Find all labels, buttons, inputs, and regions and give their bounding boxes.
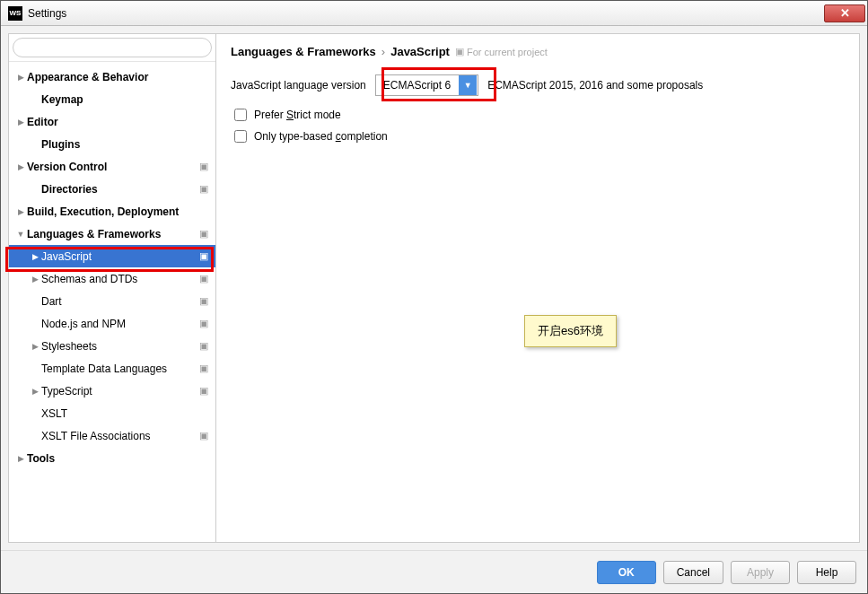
language-version-hint: ECMAScript 2015, 2016 and some proposals (487, 79, 703, 92)
ok-button[interactable]: OK (597, 561, 656, 584)
chevron-right-icon: ▶ (14, 162, 27, 171)
cancel-button[interactable]: Cancel (663, 561, 723, 584)
project-scope-icon: ▣ (197, 161, 210, 173)
tree-item-label: Schemas and DTDs (41, 273, 197, 285)
tree-item-editor[interactable]: ▶Editor (9, 110, 215, 133)
settings-window: WS Settings ✕ ▶Appearance & BehaviorKeym… (0, 0, 868, 594)
tree-item-languages-frameworks[interactable]: ▼Languages & Frameworks▣ (9, 223, 215, 245)
breadcrumb-part-1: Languages & Frameworks (231, 45, 376, 58)
footer: OK Cancel Apply Help (1, 550, 867, 593)
tree-item-keymap[interactable]: Keymap (9, 88, 215, 110)
chevron-down-icon: ▼ (14, 230, 27, 239)
tree-item-label: JavaScript (41, 250, 197, 263)
tree-item-label: Languages & Frameworks (27, 228, 197, 240)
project-scope-icon: ▣ (197, 183, 210, 196)
titlebar: WS Settings ✕ (1, 1, 867, 26)
chevron-right-icon: ▶ (29, 275, 41, 284)
settings-tree: ▶Appearance & BehaviorKeymap▶EditorPlugi… (9, 62, 215, 542)
language-version-select[interactable]: ECMAScript 6 ▼ (375, 74, 478, 96)
search-input[interactable] (13, 38, 212, 57)
chevron-right-icon: ▶ (29, 252, 41, 261)
chevron-right-icon: ▶ (14, 454, 27, 463)
tree-item-appearance-behavior[interactable]: ▶Appearance & Behavior (9, 66, 215, 88)
project-scope-icon: ▣ (197, 228, 210, 240)
tree-item-node-js-and-npm[interactable]: Node.js and NPM▣ (9, 312, 215, 335)
type-completion-row: Only type-based completion (234, 130, 845, 143)
tree-item-javascript[interactable]: ▶JavaScript▣ (9, 245, 215, 267)
tree-item-xslt[interactable]: XSLT (9, 402, 215, 424)
sidebar: ▶Appearance & BehaviorKeymap▶EditorPlugi… (8, 33, 216, 543)
breadcrumb-hint: ▣ For current project (455, 46, 548, 57)
chevron-right-icon: ▶ (14, 207, 27, 216)
project-scope-icon: ▣ (197, 385, 210, 397)
chevron-right-icon: ▶ (29, 387, 41, 396)
chevron-right-icon: ▶ (14, 73, 27, 82)
tree-item-version-control[interactable]: ▶Version Control▣ (9, 155, 215, 178)
tree-item-schemas-and-dtds[interactable]: ▶Schemas and DTDs▣ (9, 267, 215, 290)
strict-mode-row: Prefer Strict mode (234, 109, 845, 121)
breadcrumb-part-2: JavaScript (390, 45, 450, 58)
breadcrumb-separator: › (381, 45, 385, 58)
project-scope-icon: ▣ (197, 250, 210, 263)
annotation-callout: 开启es6环境 (524, 315, 617, 347)
breadcrumb-hint-text: For current project (467, 47, 548, 57)
project-scope-icon: ▣ (455, 46, 464, 57)
type-completion-label[interactable]: Only type-based completion (254, 130, 388, 143)
tree-item-label: Plugins (41, 138, 210, 151)
tree-item-label: Build, Execution, Deployment (27, 205, 210, 218)
language-version-label: JavaScript language version (231, 79, 366, 92)
project-scope-icon: ▣ (197, 363, 210, 375)
strict-mode-label[interactable]: Prefer Strict mode (254, 109, 341, 121)
tree-item-label: Version Control (27, 161, 197, 173)
tree-item-label: Template Data Languages (41, 363, 197, 375)
type-completion-checkbox[interactable] (234, 130, 247, 143)
tree-item-tools[interactable]: ▶Tools (9, 447, 215, 469)
content-area: ▶Appearance & BehaviorKeymap▶EditorPlugi… (1, 26, 867, 550)
window-title: Settings (28, 7, 824, 20)
strict-mode-checkbox[interactable] (234, 109, 247, 121)
tree-item-typescript[interactable]: ▶TypeScript▣ (9, 380, 215, 402)
tree-item-template-data-languages[interactable]: Template Data Languages▣ (9, 357, 215, 380)
tree-item-label: TypeScript (41, 385, 197, 397)
tree-item-label: Stylesheets (41, 340, 197, 353)
apply-button[interactable]: Apply (731, 561, 790, 584)
tree-item-label: XSLT File Associations (41, 430, 197, 442)
tree-item-build-execution-deployment[interactable]: ▶Build, Execution, Deployment (9, 200, 215, 223)
chevron-right-icon: ▶ (29, 342, 41, 351)
search-wrap (9, 34, 215, 62)
tree-item-dart[interactable]: Dart▣ (9, 290, 215, 312)
project-scope-icon: ▣ (197, 430, 210, 442)
project-scope-icon: ▣ (197, 295, 210, 308)
project-scope-icon: ▣ (197, 340, 210, 353)
tree-item-stylesheets[interactable]: ▶Stylesheets▣ (9, 335, 215, 357)
tree-item-plugins[interactable]: Plugins (9, 133, 215, 155)
project-scope-icon: ▣ (197, 273, 210, 285)
breadcrumb: Languages & Frameworks › JavaScript ▣ Fo… (231, 45, 845, 58)
tree-item-label: Node.js and NPM (41, 318, 197, 330)
app-icon: WS (8, 6, 22, 21)
tree-item-label: XSLT (41, 407, 210, 420)
close-button[interactable]: ✕ (824, 4, 865, 22)
tree-item-label: Editor (27, 116, 210, 128)
tree-item-label: Keymap (41, 93, 210, 106)
help-button[interactable]: Help (797, 561, 856, 584)
close-icon: ✕ (840, 6, 850, 20)
tree-item-label: Directories (41, 183, 197, 196)
chevron-right-icon: ▶ (14, 118, 27, 127)
tree-item-xslt-file-associations[interactable]: XSLT File Associations▣ (9, 424, 215, 447)
main-panel: Languages & Frameworks › JavaScript ▣ Fo… (216, 33, 860, 543)
language-version-row: JavaScript language version ECMAScript 6… (231, 74, 845, 96)
tree-item-label: Dart (41, 295, 197, 308)
tree-item-label: Tools (27, 452, 210, 465)
language-version-value: ECMAScript 6 (376, 79, 458, 92)
chevron-down-icon: ▼ (459, 75, 477, 95)
tree-item-directories[interactable]: Directories▣ (9, 178, 215, 200)
tree-item-label: Appearance & Behavior (27, 71, 210, 83)
project-scope-icon: ▣ (197, 318, 210, 330)
